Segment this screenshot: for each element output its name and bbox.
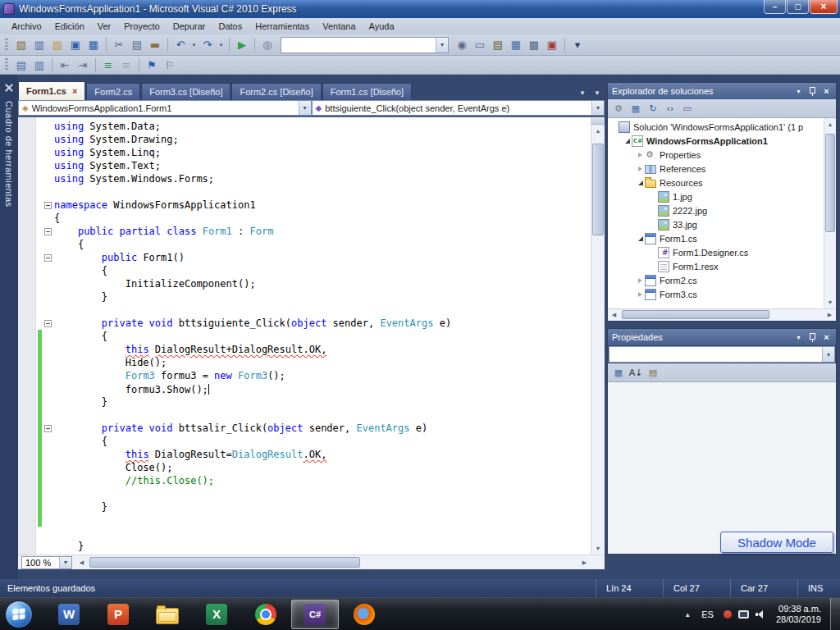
show-desktop-button[interactable]	[830, 598, 840, 630]
dropdown-arrow-icon[interactable]	[822, 347, 834, 362]
code-line[interactable]: }	[36, 290, 591, 304]
scroll-track[interactable]	[88, 555, 578, 569]
tab-form1-cs[interactable]: Form1.cs	[18, 81, 85, 100]
minimize-button[interactable]	[764, 0, 786, 14]
toolbar-grip[interactable]	[5, 58, 8, 71]
tree-item-form1-resx[interactable]: Form1.resx	[608, 259, 824, 273]
tree-item-form1-cs[interactable]: Form1.cs	[608, 231, 824, 245]
tree-item-1-jpg[interactable]: 1.jpg	[608, 189, 824, 203]
start-button[interactable]	[5, 600, 33, 628]
code-line[interactable]: private void bttsiguiente_Click(object s…	[36, 317, 591, 330]
start-debugging-icon[interactable]: ▶	[234, 37, 250, 53]
dropdown-arrow-icon[interactable]	[299, 101, 311, 115]
dropdown-arrow-icon[interactable]	[190, 37, 198, 53]
taskbar-word[interactable]	[45, 600, 93, 629]
comment-icon[interactable]: ≡	[100, 57, 116, 73]
find-symbol-icon[interactable]: ◎	[259, 37, 276, 53]
code-line[interactable]: this DialogResult+DialogResult.OK,	[36, 343, 591, 356]
tree-arrow-slot[interactable]	[636, 153, 645, 158]
collapsed-arrow-icon[interactable]	[638, 278, 642, 283]
open-file-icon[interactable]: ▨	[49, 37, 66, 53]
dropdown-arrow-icon[interactable]	[217, 37, 225, 53]
tree-arrow-slot[interactable]	[636, 236, 645, 241]
tree-arrow-slot[interactable]	[636, 292, 645, 297]
tree-item-solución-windowsformsapplication1-1-p[interactable]: Solución 'WindowsFormsApplication1' (1 p	[608, 120, 824, 134]
properties-icon[interactable]: ⚙	[611, 101, 626, 116]
tree-arrow-slot[interactable]	[636, 180, 645, 185]
outline-margin[interactable]	[42, 320, 54, 327]
toolbox-window-icon[interactable]: ▩	[526, 37, 542, 53]
taskbar-visual-csharp[interactable]	[291, 600, 339, 629]
command-window-icon[interactable]: ▭	[472, 37, 488, 53]
scroll-thumb[interactable]	[622, 310, 769, 319]
taskbar-powerpoint[interactable]	[94, 600, 142, 629]
code-line[interactable]: this DialogResult=DialogResult.OK,	[36, 448, 591, 461]
taskbar-excel[interactable]	[193, 600, 240, 629]
code-editor[interactable]: using System.Data;using System.Drawing;u…	[18, 116, 605, 555]
toggle-bookmark-icon[interactable]: ⚑	[144, 57, 160, 73]
tab-form1-cs-diseño[interactable]: Form1.cs [Diseño]	[322, 83, 412, 100]
maximize-button[interactable]	[787, 0, 809, 14]
code-line[interactable]: private void bttsalir_Click(object sende…	[36, 422, 591, 435]
show-all-files-icon[interactable]: ▦	[628, 101, 643, 116]
tree-vertical-scrollbar[interactable]	[824, 118, 836, 308]
outline-margin[interactable]	[42, 202, 54, 209]
code-line[interactable]: }	[36, 395, 591, 409]
categorized-icon[interactable]: ▦	[611, 365, 626, 380]
toolbar-grip[interactable]	[5, 39, 8, 52]
code-line[interactable]	[36, 185, 591, 199]
code-line[interactable]: public Form1()	[36, 251, 591, 264]
volume-tray-icon[interactable]	[754, 608, 767, 621]
code-line[interactable]	[36, 409, 591, 422]
tree-item-2222-jpg[interactable]: 2222.jpg	[608, 203, 824, 217]
tab-form3-cs-diseño[interactable]: Form3.cs [Diseño]	[141, 83, 231, 100]
find-in-files-icon[interactable]: ◉	[454, 37, 470, 53]
taskbar-clock[interactable]: 09:38 a.m. 28/03/2019	[769, 604, 829, 625]
window-position-icon[interactable]	[793, 86, 804, 97]
properties-grid[interactable]	[608, 382, 836, 554]
shadow-mode-button[interactable]: Shadow Mode	[720, 532, 833, 553]
indicator-margin[interactable]	[18, 117, 36, 555]
overflow-icon[interactable]: ▾	[569, 37, 586, 53]
menu-herramientas[interactable]: Herramientas	[249, 19, 316, 34]
undo-icon[interactable]: ↶	[172, 37, 189, 53]
outline-margin[interactable]	[42, 425, 54, 432]
solution-explorer-header[interactable]: Explorador de soluciones	[608, 83, 836, 99]
code-line[interactable]: Form3 formu3 = new Form3();	[36, 369, 591, 382]
cut-icon[interactable]: ✂	[111, 37, 127, 53]
code-line[interactable]: formu3.Show();	[36, 382, 591, 395]
tree-item-properties[interactable]: Properties	[608, 148, 824, 162]
tab-form2-cs-diseño[interactable]: Form2.cs [Diseño]	[231, 83, 321, 100]
close-tab-icon[interactable]	[72, 86, 77, 96]
indent-decrease-icon[interactable]: ⇤	[57, 57, 73, 73]
dropdown-arrow-icon[interactable]	[436, 38, 448, 52]
outline-margin[interactable]	[42, 228, 54, 235]
tree-item-windowsformsapplication1[interactable]: WindowsFormsApplication1	[608, 134, 824, 148]
redo-icon[interactable]: ↷	[199, 37, 216, 53]
dropdown-arrow-icon[interactable]	[59, 557, 71, 568]
menu-ayuda[interactable]: Ayuda	[363, 19, 401, 34]
collapse-region-icon[interactable]	[44, 228, 52, 235]
members-dropdown[interactable]: ◆ bttsiguiente_Click(object sender, Even…	[312, 100, 605, 116]
uncomment-icon[interactable]: ≡	[118, 57, 135, 73]
expanded-arrow-icon[interactable]	[625, 139, 630, 144]
tree-item-resources[interactable]: Resources	[608, 176, 824, 189]
zoom-combobox[interactable]: 100 %	[21, 556, 72, 569]
menu-proyecto[interactable]: Proyecto	[117, 19, 166, 34]
tree-item-33-jpg[interactable]: 33.jpg	[608, 217, 824, 231]
code-line[interactable]: InitializeComponent();	[36, 277, 591, 290]
collapse-region-icon[interactable]	[44, 254, 52, 262]
code-line[interactable]: {	[36, 264, 591, 277]
object-selector-combobox[interactable]	[609, 346, 835, 363]
save-icon[interactable]: ▣	[67, 37, 84, 53]
parameter-info-icon[interactable]: ▥	[31, 57, 48, 73]
code-line[interactable]: Hide();	[36, 356, 591, 369]
code-line[interactable]: Close();	[36, 461, 591, 474]
menu-ventana[interactable]: Ventana	[316, 19, 362, 34]
view-designer-icon[interactable]: ▭	[680, 101, 695, 116]
scroll-down-icon[interactable]	[591, 542, 605, 555]
scroll-thumb[interactable]	[825, 134, 835, 232]
menu-archivo[interactable]: Archivo	[5, 19, 48, 34]
scroll-track[interactable]	[620, 309, 824, 321]
collapsed-arrow-icon[interactable]	[638, 292, 642, 297]
